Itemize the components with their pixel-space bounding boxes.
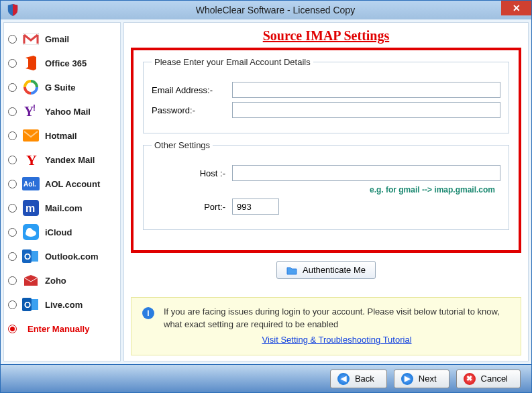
host-label: Host :- <box>152 168 225 178</box>
page-title: Source IMAP Settings <box>131 28 521 44</box>
provider-yandex[interactable]: Y Yandex Mail <box>5 148 119 172</box>
provider-label: Live.com <box>45 300 83 310</box>
yahoo-icon: Y! <box>22 103 40 120</box>
provider-yahoo[interactable]: Y! Yahoo Mail <box>5 99 119 123</box>
outlook-icon: O <box>22 247 40 265</box>
provider-label: Gmail <box>45 34 69 44</box>
aol-icon: Aol. <box>22 175 40 192</box>
provider-label: Mail.com <box>45 203 83 213</box>
info-box: i If you are facing issues during login … <box>131 297 521 355</box>
provider-mailcom[interactable]: m Mail.com <box>5 196 119 220</box>
provider-label: Hotmail <box>45 131 77 141</box>
svg-text:m: m <box>25 203 35 214</box>
radio-icon <box>8 35 17 44</box>
provider-aol[interactable]: Aol. AOL Account <box>5 172 119 196</box>
provider-sidebar: Gmail Office 365 G Suite Y! <box>3 22 121 361</box>
back-label: Back <box>355 374 374 384</box>
account-legend: Please Enter your Email Account Details <box>152 57 313 67</box>
provider-label: Yahoo Mail <box>45 107 91 117</box>
provider-label: Zoho <box>45 276 66 286</box>
svg-text:Y: Y <box>26 152 37 168</box>
settings-box: Please Enter your Email Account Details … <box>131 48 521 253</box>
footer-bar: ◀ Back ▶ Next ✖ Cancel <box>1 364 531 392</box>
hotmail-icon <box>22 127 40 144</box>
radio-icon <box>8 276 17 285</box>
next-label: Next <box>419 374 437 384</box>
svg-text:!: ! <box>33 104 36 113</box>
provider-gmail[interactable]: Gmail <box>5 27 119 51</box>
radio-icon <box>8 59 17 68</box>
folder-icon <box>286 266 297 275</box>
email-label: Email Address:- <box>152 85 225 95</box>
cancel-icon: ✖ <box>464 373 476 385</box>
svg-text:O: O <box>24 251 31 262</box>
provider-label: Office 365 <box>45 58 87 68</box>
gmail-icon <box>22 30 40 48</box>
gsuite-icon <box>22 78 40 96</box>
svg-point-15 <box>26 228 33 235</box>
provider-outlook[interactable]: O Outlook.com <box>5 244 119 268</box>
radio-icon <box>8 107 17 116</box>
app-icon <box>6 3 19 17</box>
provider-hotmail[interactable]: Hotmail <box>5 123 119 148</box>
port-input[interactable] <box>232 199 279 215</box>
account-fieldset: Please Enter your Email Account Details … <box>143 57 509 133</box>
radio-icon <box>8 252 17 261</box>
cancel-label: Cancel <box>481 374 508 384</box>
icloud-icon <box>22 223 40 241</box>
provider-label: Enter Manually <box>28 324 89 334</box>
info-text: If you are facing issues during login to… <box>164 306 500 329</box>
provider-icloud[interactable]: iCloud <box>5 220 119 244</box>
back-arrow-icon: ◀ <box>337 373 350 385</box>
other-fieldset: Other Settings Host :- e.g. for gmail --… <box>143 140 509 230</box>
radio-icon <box>8 300 17 309</box>
provider-label: Outlook.com <box>45 251 98 262</box>
svg-rect-7 <box>23 129 39 142</box>
provider-office365[interactable]: Office 365 <box>5 51 119 75</box>
password-label: Password:- <box>152 105 225 115</box>
provider-label: AOL Account <box>45 179 100 189</box>
tutorial-link[interactable]: Visit Setting & Troubleshooting Tutorial <box>164 334 510 347</box>
provider-label: G Suite <box>45 82 76 93</box>
provider-livecom[interactable]: O Live.com <box>5 292 119 317</box>
info-text-block: If you are facing issues during login to… <box>164 306 510 347</box>
email-input[interactable] <box>232 82 500 98</box>
yandex-icon: Y <box>22 151 40 168</box>
radio-icon <box>8 83 17 92</box>
livecom-icon: O <box>22 296 40 313</box>
authenticate-label: Authenticate Me <box>303 265 366 275</box>
back-button[interactable]: ◀ Back <box>330 370 387 388</box>
svg-text:O: O <box>24 300 31 310</box>
close-button[interactable]: ✕ <box>501 1 531 15</box>
provider-zoho[interactable]: Zoho <box>5 268 119 292</box>
provider-manual[interactable]: Enter Manually <box>5 317 119 341</box>
app-window: WholeClear Software - Licensed Copy ✕ Gm… <box>0 0 532 393</box>
port-label: Port:- <box>152 202 225 212</box>
next-button[interactable]: ▶ Next <box>394 370 449 388</box>
titlebar: WholeClear Software - Licensed Copy ✕ <box>1 1 531 19</box>
cancel-button[interactable]: ✖ Cancel <box>456 370 521 388</box>
provider-label: Yandex Mail <box>45 155 95 165</box>
info-icon: i <box>142 307 154 319</box>
radio-icon <box>8 131 17 140</box>
other-legend: Other Settings <box>152 140 213 150</box>
zoho-icon <box>22 272 40 289</box>
provider-gsuite[interactable]: G Suite <box>5 75 119 99</box>
radio-icon <box>8 156 17 164</box>
mailcom-icon: m <box>22 199 40 217</box>
host-hint: e.g. for gmail --> imap.gmail.com <box>152 185 495 194</box>
window-title: WholeClear Software - Licensed Copy <box>19 5 531 15</box>
content-panel: Source IMAP Settings Please Enter your E… <box>123 22 529 361</box>
radio-icon <box>8 325 17 333</box>
password-input[interactable] <box>232 102 500 118</box>
host-input[interactable] <box>232 165 500 181</box>
svg-text:Aol.: Aol. <box>23 180 36 188</box>
authenticate-button[interactable]: Authenticate Me <box>276 261 376 279</box>
radio-icon <box>8 204 17 213</box>
radio-icon <box>8 180 17 188</box>
office365-icon <box>22 54 40 72</box>
next-arrow-icon: ▶ <box>401 373 413 385</box>
provider-label: iCloud <box>45 227 72 237</box>
radio-icon <box>8 228 17 237</box>
